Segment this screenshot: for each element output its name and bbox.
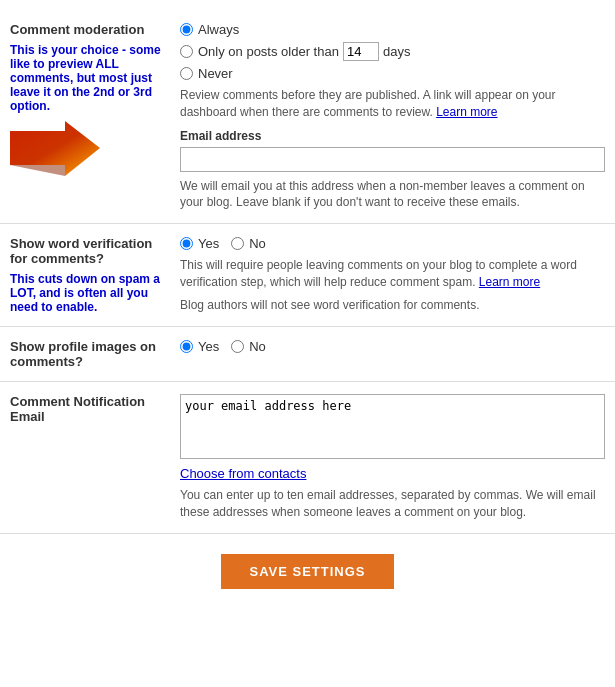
moderation-learn-more[interactable]: Learn more [436,105,497,119]
word-verification-tip: This cuts down on spam a LOT, and is oft… [10,272,170,314]
profile-no-label: No [249,339,266,354]
page-container: Comment moderation This is your choice -… [0,0,615,619]
comment-moderation-section: Comment moderation This is your choice -… [0,10,615,224]
word-verification-label: Show word verification for comments? Thi… [10,236,180,314]
notification-email-label: Comment Notification Email [10,394,180,521]
never-row: Never [180,66,605,81]
email-address-input[interactable] [180,147,605,172]
email-address-label: Email address [180,129,605,143]
moderation-helper: Review comments before they are publishe… [180,87,605,121]
comment-moderation-tip: This is your choice - some like to previ… [10,43,170,113]
notification-email-textarea[interactable]: your email address here [180,394,605,459]
older-row: Only on posts older than days [180,42,605,61]
always-label: Always [198,22,239,37]
older-radio[interactable] [180,45,193,58]
comment-moderation-content: Always Only on posts older than days Nev… [180,22,605,211]
always-radio[interactable] [180,23,193,36]
word-verification-content: Yes No This will require people leaving … [180,236,605,314]
word-yes-label: Yes [198,236,219,251]
never-label: Never [198,66,233,81]
word-verification-section: Show word verification for comments? Thi… [0,224,615,327]
profile-images-section: Show profile images on comments? Yes No [0,327,615,382]
never-radio[interactable] [180,67,193,80]
word-yes-radio[interactable] [180,237,193,250]
days-unit: days [383,44,410,59]
save-button[interactable]: SAVE SETTINGS [221,554,393,589]
svg-marker-1 [10,165,65,176]
profile-yes-radio[interactable] [180,340,193,353]
profile-images-content: Yes No [180,339,605,369]
word-no-label: No [249,236,266,251]
word-helper1: This will require people leaving comment… [180,257,605,291]
email-helper: We will email you at this address when a… [180,178,605,212]
word-yes-row: Yes No [180,236,605,251]
word-learn-more[interactable]: Learn more [479,275,540,289]
older-label: Only on posts older than [198,44,339,59]
notification-email-section: Comment Notification Email your email ad… [0,382,615,534]
word-no-radio[interactable] [231,237,244,250]
word-helper2: Blog authors will not see word verificat… [180,297,605,314]
arrow-icon [10,121,100,176]
profile-images-label: Show profile images on comments? [10,339,180,369]
moderation-helper-text: Review comments before they are publishe… [180,88,556,119]
notification-email-title: Comment Notification Email [10,394,145,424]
arrow-decoration [10,121,170,179]
profile-yes-row: Yes No [180,339,605,354]
comment-moderation-label: Comment moderation This is your choice -… [10,22,180,211]
profile-yes-label: Yes [198,339,219,354]
choose-contacts-link[interactable]: Choose from contacts [180,466,605,481]
comment-moderation-title: Comment moderation [10,22,144,37]
save-section: SAVE SETTINGS [0,534,615,609]
notification-helper: You can enter up to ten email addresses,… [180,487,605,521]
profile-no-radio[interactable] [231,340,244,353]
always-row: Always [180,22,605,37]
days-input[interactable] [343,42,379,61]
profile-images-title: Show profile images on comments? [10,339,156,369]
word-verification-title: Show word verification for comments? [10,236,152,266]
notification-email-content: your email address here Choose from cont… [180,394,605,521]
